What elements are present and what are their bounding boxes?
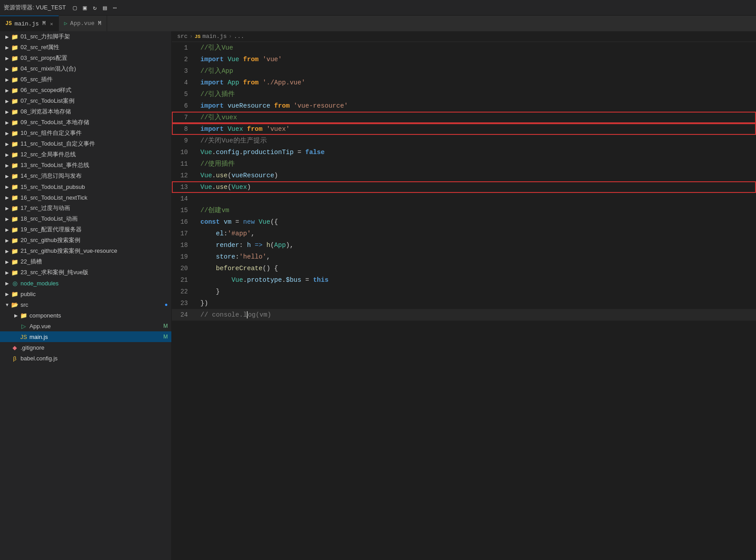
sidebar-item-src[interactable]: ▼ 📂 src ● [0, 299, 171, 310]
line-number: 18 [172, 239, 195, 251]
sidebar-item-15[interactable]: ▶ 📁 15_src_TodoList_pubsub [0, 181, 171, 192]
code-line-15: 15 //创建vm [172, 205, 756, 216]
sidebar-item-babel[interactable]: β babel.config.js [0, 353, 171, 364]
sidebar-item-13[interactable]: ▶ 📁 13_src_TodoList_事件总线 [0, 160, 171, 171]
new-folder-icon[interactable]: ▣ [81, 3, 88, 13]
tab-main-js-label: main.js [14, 21, 39, 27]
arrow-icon: ▶ [4, 281, 11, 286]
sidebar-item-19[interactable]: ▶ 📁 19_src_配置代理服务器 [0, 224, 171, 235]
sidebar-item-label: 11_src_TodoList_自定义事件 [21, 140, 171, 148]
code-line-8: 8 import Vuex from 'vuex' [172, 123, 756, 135]
sidebar-item-node-modules[interactable]: ▶ ◎ node_modules [0, 278, 171, 288]
tab-app-vue-modified: M [98, 21, 101, 27]
arrow-icon: ▶ [4, 270, 11, 275]
sidebar-item-label: 02_src_ref属性 [21, 43, 171, 51]
arrow-icon: ▶ [4, 195, 11, 200]
code-line-13: 13 Vue.use(Vuex) [172, 181, 756, 193]
line-content: } [197, 286, 756, 297]
sidebar-item-label: 17_src_过度与动画 [21, 204, 171, 212]
arrow-icon: ▶ [4, 56, 11, 61]
arrow-icon: ▶ [4, 120, 11, 125]
code-line-5: 5 //引入插件 [172, 88, 756, 100]
line-content: // console.log(vm) [197, 309, 756, 321]
sidebar-item-10[interactable]: ▶ 📁 10_src_组件自定义事件 [0, 128, 171, 138]
sidebar-item-gitignore[interactable]: ◆ .gitignore [0, 342, 171, 353]
sidebar-item-label: babel.config.js [21, 355, 171, 362]
folder-icon: 📁 [11, 119, 19, 126]
top-bar: 资源管理器: VUE_TEST ▢ ▣ ↻ ▤ ⋯ [0, 0, 756, 16]
breadcrumb-src: src [177, 33, 187, 40]
line-number: 8 [172, 123, 195, 135]
sidebar-item-label: 12_src_全局事件总线 [21, 150, 171, 159]
line-number: 14 [172, 193, 195, 205]
line-content: Vue.config.productionTip = false [197, 146, 756, 158]
sidebar-item-14[interactable]: ▶ 📁 14_src_消息订阅与发布 [0, 171, 171, 181]
sidebar-item-public[interactable]: ▶ 📁 public [0, 288, 171, 299]
sidebar-item-label: 13_src_TodoList_事件总线 [21, 161, 171, 169]
sidebar-item-label: public [21, 291, 171, 297]
code-line-17: 17 el:'#app', [172, 228, 756, 239]
arrow-icon: ▶ [4, 227, 11, 232]
sidebar-item-12[interactable]: ▶ 📁 12_src_全局事件总线 [0, 149, 171, 160]
sidebar-item-21[interactable]: ▶ 📁 21_src_github搜索案例_vue-resource [0, 246, 171, 256]
collapse-icon[interactable]: ▤ [101, 3, 108, 13]
code-line-9: 9 //关闭Vue的生产提示 [172, 135, 756, 146]
tab-bar: JS main.js M ✕ ▷ App.vue M [0, 16, 756, 31]
sidebar-item-label: 18_src_TodoList_动画 [21, 215, 171, 223]
folder-icon: 📁 [20, 312, 28, 319]
sidebar-item-16[interactable]: ▶ 📁 16_src_TodoList_nextTick [0, 192, 171, 203]
sidebar-item-02[interactable]: ▶ 📁 02_src_ref属性 [0, 42, 171, 53]
folder-icon: 📁 [11, 259, 19, 265]
refresh-icon[interactable]: ↻ [91, 3, 98, 13]
folder-open-icon: 📂 [11, 301, 19, 308]
sidebar-item-04[interactable]: ▶ 📁 04_src_mixin混入(合) [0, 63, 171, 74]
sidebar-item-app-vue[interactable]: ▷ App.vue M [0, 321, 171, 331]
sidebar-item-17[interactable]: ▶ 📁 17_src_过度与动画 [0, 203, 171, 213]
sidebar-item-main-js[interactable]: JS main.js M [0, 331, 171, 342]
sidebar-item-20[interactable]: ▶ 📁 20_src_github搜索案例 [0, 235, 171, 246]
tab-app-vue-label: App.vue [70, 20, 95, 27]
sidebar-item-07[interactable]: ▶ 📁 07_src_TodoList案例 [0, 96, 171, 106]
line-content: const vm = new Vue({ [197, 216, 756, 228]
sidebar-item-01[interactable]: ▶ 📁 01_src_力扣脚手架 [0, 31, 171, 42]
js-icon: JS [5, 21, 12, 27]
more-icon[interactable]: ⋯ [111, 3, 118, 13]
folder-icon: 📁 [11, 66, 19, 72]
folder-icon: 📁 [11, 184, 19, 190]
code-editor[interactable]: 1 //引入Vue 2 import Vue from 'vue' 3 //引入… [172, 42, 756, 560]
folder-icon: 📁 [11, 76, 19, 83]
code-line-7: 7 //引入vuex [172, 112, 756, 123]
tab-app-vue[interactable]: ▷ App.vue M [59, 16, 107, 31]
line-number: 13 [172, 181, 195, 193]
sidebar-item-label: node_modules [21, 280, 171, 287]
code-line-6: 6 import vueResource from 'vue-resource' [172, 100, 756, 112]
line-content: //引入Vue [197, 42, 756, 54]
tab-main-js[interactable]: JS main.js M ✕ [0, 16, 59, 31]
sidebar-item-11[interactable]: ▶ 📁 11_src_TodoList_自定义事件 [0, 138, 171, 149]
sidebar-item-09[interactable]: ▶ 📁 09_src_TodoList_本地存储 [0, 117, 171, 128]
sidebar-item-05[interactable]: ▶ 📁 05_src_插件 [0, 74, 171, 85]
sidebar-item-22[interactable]: ▶ 📁 22_插槽 [0, 256, 171, 267]
line-content: render: h => h(App), [197, 239, 756, 251]
sidebar: ▶ 📁 01_src_力扣脚手架 ▶ 📁 02_src_ref属性 ▶ 📁 03… [0, 31, 172, 560]
new-file-icon[interactable]: ▢ [71, 3, 78, 13]
arrow-icon: ▶ [4, 34, 11, 39]
app-vue-badge: M [163, 323, 168, 329]
line-content: import vueResource from 'vue-resource' [197, 100, 756, 112]
line-content: //关闭Vue的生产提示 [197, 135, 756, 146]
folder-icon: 📁 [11, 205, 19, 212]
sidebar-item-03[interactable]: ▶ 📁 03_src_props配置 [0, 53, 171, 63]
sidebar-item-23[interactable]: ▶ 📁 23_src_求和案例_纯vue版 [0, 267, 171, 278]
sidebar-item-components[interactable]: ▶ 📁 components [0, 310, 171, 321]
code-line-11: 11 //使用插件 [172, 158, 756, 170]
sidebar-item-06[interactable]: ▶ 📁 06_src_scoped样式 [0, 85, 171, 96]
line-number: 22 [172, 286, 195, 297]
arrow-icon: ▶ [4, 131, 11, 136]
tab-main-js-close[interactable]: ✕ [50, 21, 53, 27]
sidebar-item-08[interactable]: ▶ 📁 08_浏览器本地存储 [0, 106, 171, 117]
sidebar-item-label: src [21, 301, 165, 308]
main-area: ▶ 📁 01_src_力扣脚手架 ▶ 📁 02_src_ref属性 ▶ 📁 03… [0, 31, 756, 560]
code-line-10: 10 Vue.config.productionTip = false [172, 146, 756, 158]
vue-file-icon: ▷ [20, 323, 28, 330]
sidebar-item-18[interactable]: ▶ 📁 18_src_TodoList_动画 [0, 213, 171, 224]
